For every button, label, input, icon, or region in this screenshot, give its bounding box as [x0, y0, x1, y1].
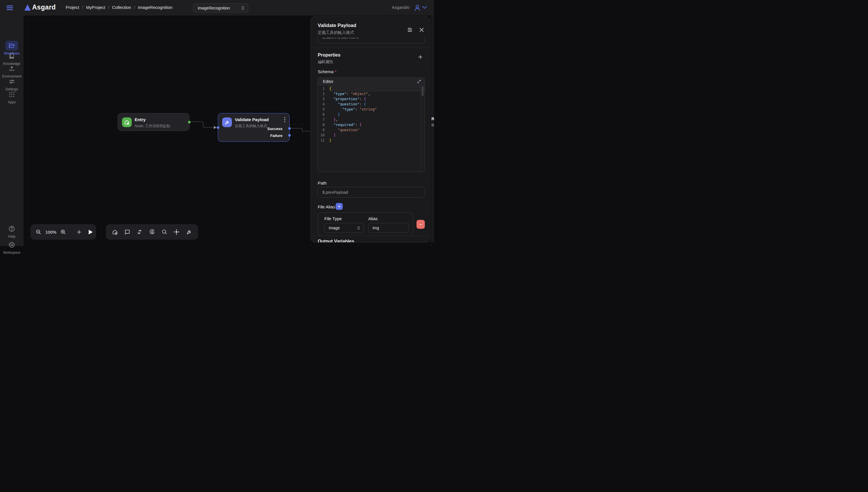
run-play-icon[interactable] — [88, 229, 93, 235]
code-line[interactable]: 6 } — [318, 112, 424, 117]
output-port-failure[interactable] — [288, 134, 291, 137]
apps-grid-icon — [9, 92, 15, 97]
workflow-select-value: imageRecognition — [198, 6, 230, 10]
zoom-in-icon[interactable] — [60, 229, 66, 235]
breadcrumb-separator: / — [134, 5, 135, 10]
search-icon[interactable] — [162, 229, 167, 235]
alias-input[interactable]: img — [368, 223, 409, 233]
wrench-icon — [222, 117, 232, 127]
clipped-text: 定義工具的輸入格式 — [322, 38, 358, 40]
properties-title: Properties — [318, 52, 341, 58]
breadcrumb-separator: / — [108, 5, 109, 10]
add-file-alias-button[interactable] — [336, 203, 343, 210]
output-port[interactable] — [188, 121, 191, 123]
code-lines: 1{2 "type": "object",3 "properties": {4 … — [318, 86, 424, 143]
left-sidebar: Workflows Knowledge Environment Settings… — [0, 16, 24, 246]
sidebar-item-apps[interactable]: Apps — [0, 90, 24, 104]
add-icon[interactable] — [76, 229, 82, 235]
code-line[interactable]: 3 "properties": { — [318, 96, 424, 102]
sidebar-item-label: Apps — [0, 100, 24, 104]
file-alias-card: File Type Image Alias img — [318, 213, 413, 236]
zoom-out-icon[interactable] — [35, 229, 41, 235]
rotate-bulb-icon[interactable] — [149, 229, 155, 235]
node-subtitle: 定義工具的輸入格式 — [235, 124, 267, 129]
book-icon — [8, 53, 15, 59]
path-input[interactable]: $.prevPayload — [318, 187, 425, 197]
move-icon[interactable] — [173, 229, 180, 235]
folder-icon — [8, 43, 15, 49]
code-line[interactable]: 7 }, — [318, 117, 424, 122]
node-config-panel: Validate Payload 定義工具的輸入格式 定義工具的輸入格式 Pro… — [311, 16, 430, 243]
code-line[interactable]: 10 ] — [318, 132, 424, 138]
save-icon[interactable] — [407, 27, 413, 32]
output-label-failure: Failure — [270, 133, 282, 138]
upload-icon — [8, 66, 15, 72]
sliders-icon — [8, 78, 15, 85]
code-area[interactable]: 1{2 "type": "object",3 "properties": {4 … — [318, 85, 424, 172]
sidebar-item-workspace[interactable]: Workspace — [0, 240, 24, 246]
hamburger-menu-icon[interactable] — [6, 4, 14, 11]
select-updown-icon — [241, 6, 245, 10]
user-chevron-down-icon[interactable] — [422, 6, 427, 9]
node-validate-payload[interactable]: Validate Payload 定義工具的輸入格式 Success Failu… — [218, 113, 290, 142]
sidebar-item-help[interactable]: Help — [0, 224, 24, 239]
user-name-label: AsgardAI — [392, 5, 410, 10]
breadcrumb-collection[interactable]: Collection — [112, 5, 131, 10]
swap-arrows-icon[interactable] — [137, 229, 143, 235]
node-title: Validate Payload — [235, 117, 269, 122]
user-avatar-icon[interactable] — [414, 4, 421, 12]
editor-header: Editor — [318, 78, 424, 85]
input-port[interactable] — [217, 126, 219, 129]
breadcrumb-separator: / — [82, 5, 83, 10]
next-panel-peek[interactable]: R 輸 — [431, 16, 434, 243]
code-line[interactable]: 8 "required": [ — [318, 122, 424, 127]
help-circle-icon — [8, 225, 15, 232]
required-asterisk: * — [335, 69, 337, 74]
sidebar-item-settings[interactable]: Settings — [0, 77, 24, 91]
file-alias-label: File Alias — [318, 204, 335, 209]
output-port-success[interactable] — [288, 127, 291, 130]
gear-icon — [8, 241, 15, 246]
home-add-icon[interactable] — [112, 229, 118, 235]
file-type-select[interactable]: Image — [324, 223, 364, 233]
section-divider — [311, 236, 430, 236]
scrolled-clipped-field[interactable]: 定義工具的輸入格式 — [318, 38, 425, 44]
alias-label: Alias — [368, 216, 378, 221]
zoom-level[interactable]: 100% — [45, 230, 56, 235]
peek-subtitle-fragment: 輸 — [431, 123, 434, 128]
peek-title-fragment: R — [431, 116, 434, 121]
close-icon[interactable] — [419, 28, 424, 32]
code-line[interactable]: 1{ — [318, 86, 424, 91]
node-toolbar — [106, 224, 198, 240]
code-line[interactable]: 4 "question": { — [318, 102, 424, 107]
select-updown-icon — [357, 226, 360, 230]
wrench-icon[interactable] — [186, 229, 192, 235]
add-property-icon[interactable] — [418, 54, 423, 60]
alias-value: img — [373, 226, 379, 230]
section-divider — [311, 48, 430, 48]
code-line[interactable]: 9 "question" — [318, 127, 424, 132]
schema-editor[interactable]: Editor 1{2 "type": "object",3 "propertie… — [318, 77, 425, 172]
workflow-select[interactable]: imageRecognition — [193, 3, 248, 13]
node-entry[interactable]: Entry Node: 工作流程的起點 — [118, 113, 190, 131]
breadcrumb-project[interactable]: Project — [66, 5, 79, 10]
node-menu-icon[interactable] — [284, 117, 285, 122]
output-label-success: Success — [267, 127, 282, 131]
code-line[interactable]: 11} — [318, 138, 424, 143]
code-line[interactable]: 5 "type": "string" — [318, 107, 424, 112]
breadcrumb-myproject[interactable]: MyProject — [86, 5, 105, 10]
file-type-label: File Type — [324, 216, 342, 221]
code-line[interactable]: 2 "type": "object", — [318, 91, 424, 96]
comment-icon[interactable] — [124, 229, 130, 235]
output-variables-label: Output Variables — [318, 239, 354, 243]
properties-subtitle: 編輯屬性 — [318, 59, 333, 65]
path-value: $.prevPayload — [322, 190, 348, 195]
sidebar-item-environment[interactable]: Environment — [0, 64, 24, 78]
editor-scrollbar[interactable] — [421, 85, 424, 172]
schema-label: Schema * — [318, 69, 337, 74]
breadcrumb-current[interactable]: imageRecognition — [138, 5, 173, 10]
remove-file-alias-button[interactable] — [417, 220, 425, 229]
panel-subtitle: 定義工具的輸入格式 — [318, 30, 354, 35]
node-title: Entry — [134, 117, 146, 122]
expand-fullscreen-icon[interactable] — [417, 79, 421, 83]
